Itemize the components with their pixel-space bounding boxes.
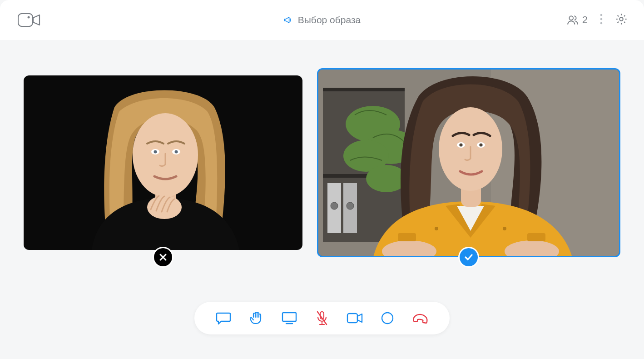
svg-point-25 <box>331 202 338 209</box>
record-icon <box>381 311 394 325</box>
header-title-group: Выбор образа <box>283 15 361 25</box>
more-vertical-icon <box>599 13 603 25</box>
participants-button[interactable]: 2 <box>567 14 588 26</box>
camera-icon <box>347 312 363 324</box>
camera-button[interactable] <box>338 308 371 328</box>
check-circle-icon <box>463 252 474 263</box>
chat-icon <box>216 312 231 324</box>
svg-point-5 <box>600 22 603 25</box>
participant-illustration <box>24 75 302 250</box>
more-menu-button[interactable] <box>599 13 603 27</box>
svg-point-37 <box>435 227 438 230</box>
share-screen-icon <box>282 312 297 324</box>
settings-button[interactable] <box>615 13 628 27</box>
svg-point-1 <box>28 16 30 19</box>
svg-rect-36 <box>527 233 545 241</box>
svg-point-32 <box>479 143 482 146</box>
hangup-icon <box>412 312 429 324</box>
svg-point-26 <box>347 202 354 209</box>
chat-button[interactable] <box>207 308 240 328</box>
people-icon <box>567 14 579 26</box>
svg-point-42 <box>382 313 393 324</box>
mic-button[interactable] <box>306 308 338 328</box>
raise-hand-button[interactable] <box>240 308 273 328</box>
accept-badge[interactable] <box>460 248 478 266</box>
video-grid <box>0 40 644 257</box>
app-logo <box>16 13 42 27</box>
record-button[interactable] <box>371 308 404 328</box>
svg-rect-41 <box>347 314 357 323</box>
participants-count: 2 <box>582 14 588 26</box>
svg-rect-39 <box>282 313 296 321</box>
gear-icon <box>615 13 628 25</box>
mic-muted-icon <box>316 311 328 325</box>
share-screen-button[interactable] <box>273 308 306 328</box>
svg-rect-35 <box>398 233 416 241</box>
call-toolbar <box>194 302 450 334</box>
megaphone-icon <box>283 15 293 25</box>
svg-point-31 <box>459 143 462 146</box>
reject-badge[interactable] <box>154 248 172 266</box>
participant-illustration <box>318 70 620 257</box>
raise-hand-icon <box>250 311 263 325</box>
video-tile-2[interactable] <box>317 75 620 257</box>
svg-rect-0 <box>18 14 33 26</box>
hangup-button[interactable] <box>404 308 437 328</box>
svg-point-6 <box>619 17 623 20</box>
header-title: Выбор образа <box>298 15 361 25</box>
svg-rect-17 <box>323 88 405 91</box>
svg-point-12 <box>175 150 178 154</box>
close-circle-icon <box>158 252 168 263</box>
svg-point-2 <box>569 16 573 20</box>
participant-video <box>24 75 302 250</box>
header-actions: 2 <box>567 13 628 27</box>
header: Выбор образа 2 <box>0 0 644 40</box>
video-tile-1[interactable] <box>24 75 302 257</box>
svg-point-3 <box>600 14 603 16</box>
camera-logo-icon <box>18 13 40 27</box>
svg-point-38 <box>503 227 506 230</box>
svg-point-11 <box>154 150 157 154</box>
participant-video <box>317 68 620 257</box>
svg-point-4 <box>600 18 603 20</box>
